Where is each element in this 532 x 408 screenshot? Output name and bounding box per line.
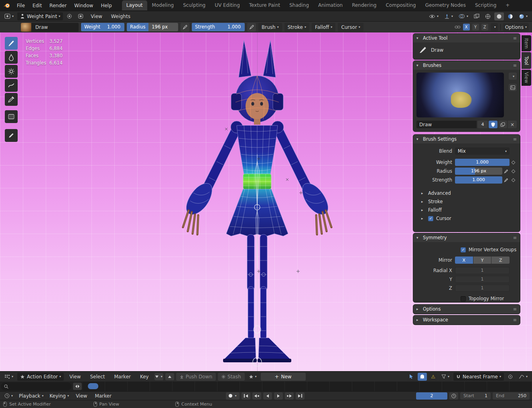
blend-dropdown[interactable]: Mix ▾ [455, 147, 510, 155]
proportional-edit-toggle[interactable] [506, 373, 515, 381]
action-browse-button[interactable]: ▾ [247, 373, 259, 381]
strength-slider-panel[interactable]: 1.000 [455, 176, 502, 184]
weight-slider-panel[interactable]: 1.000 [455, 159, 510, 166]
menu-file[interactable]: File [13, 1, 28, 10]
panel-options-header[interactable]: ▸ Options ≡ [413, 305, 520, 313]
shading-material-button[interactable] [506, 12, 515, 20]
section-stroke[interactable]: ▸ Stroke [413, 197, 520, 205]
symmetry-x-toggle[interactable]: X [455, 257, 473, 264]
menu-view[interactable]: View [73, 392, 90, 400]
menu-edit[interactable]: Edit [29, 1, 45, 10]
only-errors-toggle[interactable]: ⚠ [429, 373, 437, 381]
radius-pressure-button[interactable] [502, 169, 510, 174]
brush-gallery-toggle[interactable]: ▾ [509, 73, 517, 80]
play-reverse-button[interactable] [263, 392, 272, 400]
blender-logo-icon[interactable] [3, 3, 10, 8]
workspace-tab-modeling[interactable]: Modeling [148, 0, 179, 10]
add-workspace-button[interactable]: + [501, 0, 514, 10]
radius-pressure-button[interactable] [181, 23, 189, 32]
shading-rendered-button[interactable]: ▾ [517, 12, 530, 20]
workspace-tab-sculpting[interactable]: Sculpting [179, 0, 210, 10]
next-keyframe-button[interactable] [285, 392, 294, 400]
cursor-popover[interactable]: Cursor▾ [338, 23, 363, 32]
move-channel-down-button[interactable]: ▾ [154, 373, 163, 380]
workspace-tab-geometry-nodes[interactable]: Geometry Nodes [421, 0, 470, 10]
only-selected-toggle[interactable] [407, 373, 416, 381]
animate-decorator-icon[interactable] [510, 161, 517, 164]
radial-y-field[interactable]: 1 [455, 276, 510, 283]
stroke-popover[interactable]: Stroke▾ [284, 23, 309, 32]
xray-toggle[interactable] [472, 12, 481, 20]
panel-menu-icon[interactable]: ≡ [513, 317, 517, 323]
sidebar-tab-view[interactable]: View [522, 70, 531, 86]
editor-type-button[interactable]: ▾ [2, 12, 16, 20]
panel-symmetry-header[interactable]: ▾ Symmetry ≡ [413, 233, 520, 242]
options-popover[interactable]: Options ▾ [503, 23, 529, 31]
snap-mode-dropdown[interactable]: Nearest Frame ▾ [453, 373, 504, 381]
workspace-tab-shading[interactable]: Shading [285, 0, 313, 10]
character-model[interactable] [173, 34, 341, 367]
brush-name-field[interactable]: Draw [416, 121, 477, 128]
new-action-button[interactable]: + New [261, 373, 306, 381]
fake-user-shield-toggle[interactable] [489, 121, 497, 128]
prev-keyframe-button[interactable] [252, 392, 261, 400]
weight-slider[interactable]: Weight 1.000 [81, 23, 124, 31]
menu-marker[interactable]: Marker [110, 372, 134, 381]
mirror-dropdown[interactable]: ▾ [491, 23, 498, 31]
cursor-checkbox[interactable]: ✓ [428, 216, 433, 221]
tool-draw-button[interactable] [5, 37, 18, 50]
section-falloff[interactable]: ▸ Falloff [413, 205, 520, 214]
sidebar-tab-item[interactable]: Item [522, 35, 531, 51]
unlink-brush-button[interactable]: × [508, 121, 517, 128]
dopesheet-channel-region[interactable] [0, 382, 532, 391]
duplicate-brush-button[interactable] [498, 121, 507, 128]
play-button[interactable] [274, 392, 283, 400]
menu-view[interactable]: View [66, 372, 84, 381]
panel-brushes-header[interactable]: ▾ Brushes ≡ [413, 61, 520, 70]
workspace-tab-compositing[interactable]: Compositing [381, 0, 420, 10]
toggle-channel-region-button[interactable] [73, 383, 82, 390]
symmetry-y-toggle[interactable]: Y [473, 257, 491, 264]
workspace-tab-rendering[interactable]: Rendering [347, 0, 381, 10]
tool-blur-button[interactable] [5, 51, 18, 64]
workspace-tab-layout[interactable]: Layout [122, 0, 147, 10]
menu-window[interactable]: Window [71, 1, 97, 10]
mode-selector[interactable]: Weight Paint ▾ [17, 12, 63, 20]
shading-solid-button[interactable] [494, 12, 504, 20]
menu-weights[interactable]: Weights [108, 12, 134, 21]
mirror-y-toggle[interactable]: Y [472, 24, 479, 30]
visibility-dropdown[interactable]: ▾ [427, 12, 441, 20]
workspace-tab-uv-editing[interactable]: UV Editing [210, 0, 244, 10]
panel-menu-icon[interactable]: ≡ [513, 63, 517, 68]
current-frame-field[interactable]: 2 [416, 392, 447, 400]
falloff-popover[interactable]: Falloff▾ [312, 23, 335, 32]
use-preview-range-button[interactable] [449, 392, 458, 400]
stash-button[interactable]: Stash [218, 373, 245, 381]
panel-active-tool-header[interactable]: ▾ Active Tool ≡ [413, 34, 520, 42]
symmetry-z-toggle[interactable]: Z [491, 257, 510, 264]
overlays-dropdown[interactable]: ▾ [457, 12, 470, 20]
paint-mask-toggle[interactable] [65, 12, 74, 20]
tool-sample-weight-button[interactable] [5, 93, 18, 106]
frame-end-field[interactable]: End 250 [493, 392, 530, 400]
panel-menu-icon[interactable]: ≡ [513, 235, 517, 240]
auto-key-button[interactable]: ▾ [226, 392, 240, 400]
mirror-x-toggle[interactable]: X [463, 24, 470, 30]
menu-help[interactable]: Help [97, 1, 115, 10]
radial-z-field[interactable]: 1 [455, 285, 510, 292]
jump-to-start-button[interactable] [242, 392, 250, 400]
section-cursor[interactable]: ▸ ✓ Cursor [413, 214, 520, 222]
strength-pressure-button[interactable] [247, 23, 256, 32]
mirror-vertex-groups-checkbox[interactable]: ✓ [461, 247, 466, 252]
workspace-tab-texture-paint[interactable]: Texture Paint [245, 0, 284, 10]
panel-brush-settings-header[interactable]: ▾ Brush Settings ≡ [413, 135, 520, 143]
brush-icon-button[interactable] [509, 84, 517, 91]
radial-x-field[interactable]: 1 [455, 267, 510, 274]
brush-popover[interactable]: Brush▾ [258, 23, 282, 32]
strength-pressure-button[interactable] [502, 178, 510, 182]
playback-menu[interactable]: Playback▾ [17, 392, 46, 400]
strength-slider[interactable]: Strength 1.000 [192, 23, 245, 31]
animate-decorator-icon[interactable] [510, 170, 517, 173]
shading-wireframe-button[interactable] [483, 12, 493, 20]
vertex-mask-toggle[interactable] [76, 12, 85, 20]
